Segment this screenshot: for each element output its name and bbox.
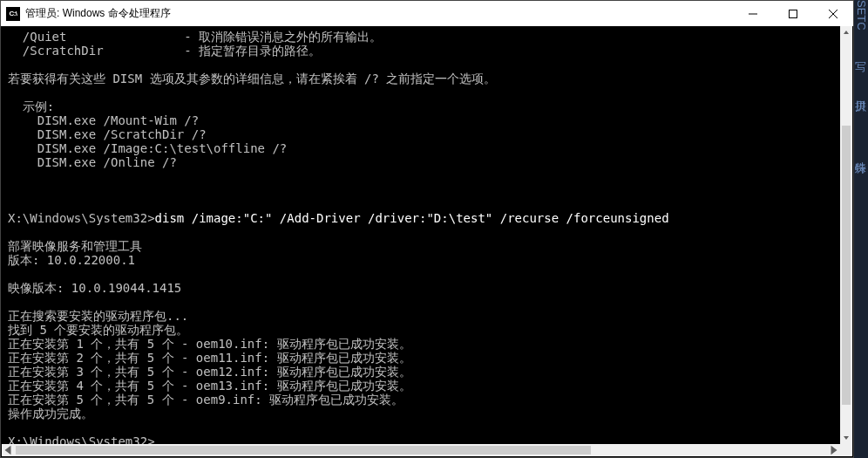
command-prompt-window: C:\ 管理员: Windows 命令处理程序 /Quiet - 取消除错误消息… <box>0 0 854 458</box>
close-button[interactable] <box>813 1 853 26</box>
scroll-down-button[interactable] <box>840 432 852 444</box>
background-text: SETC <box>855 0 868 31</box>
minimize-button[interactable] <box>733 1 773 26</box>
window-title: 管理员: Windows 命令处理程序 <box>25 6 171 21</box>
maximize-button[interactable] <box>773 1 813 26</box>
scroll-right-button[interactable] <box>828 444 840 456</box>
h-scroll-track[interactable] <box>14 444 828 456</box>
titlebar[interactable]: C:\ 管理员: Windows 命令处理程序 <box>1 1 853 26</box>
scroll-left-button[interactable] <box>2 444 14 456</box>
vertical-scrollbar[interactable] <box>840 26 852 444</box>
svg-marker-5 <box>844 436 849 440</box>
horizontal-scrollbar[interactable] <box>2 444 840 456</box>
svg-marker-6 <box>5 446 11 455</box>
svg-rect-1 <box>790 10 797 17</box>
cmd-icon: C:\ <box>6 7 20 21</box>
terminal-output[interactable]: /Quiet - 取消除错误消息之外的所有输出。 /ScratchDir - 指… <box>1 26 853 444</box>
scrollbar-corner <box>840 444 852 456</box>
svg-marker-4 <box>844 31 849 34</box>
v-scroll-thumb[interactable] <box>842 126 851 405</box>
v-scroll-track[interactable] <box>840 38 852 432</box>
window-controls <box>733 1 853 26</box>
h-scroll-thumb[interactable] <box>16 446 591 455</box>
svg-marker-7 <box>831 446 837 455</box>
scroll-up-button[interactable] <box>840 26 852 38</box>
